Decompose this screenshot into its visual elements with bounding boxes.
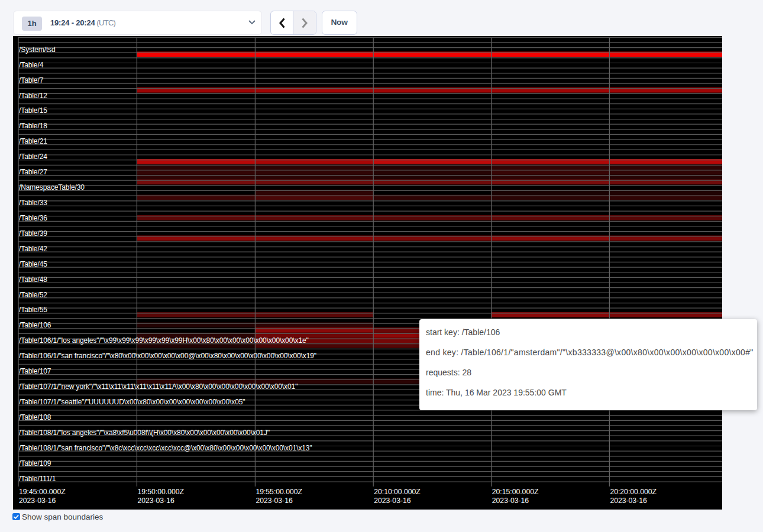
svg-text:/Table/39: /Table/39: [19, 229, 47, 237]
svg-text:19:55:00.000Z: 19:55:00.000Z: [256, 488, 302, 496]
svg-text:2023-03-16: 2023-03-16: [492, 497, 529, 505]
svg-text:2023-03-16: 2023-03-16: [374, 497, 411, 505]
svg-text:20:10:00.000Z: 20:10:00.000Z: [374, 488, 421, 496]
svg-text:/Table/7: /Table/7: [19, 76, 44, 84]
svg-text:/Table/42: /Table/42: [19, 244, 47, 252]
svg-text:/Table/108/1/"los angeles"/"\x: /Table/108/1/"los angeles"/"\xa8\xf5\u00…: [19, 428, 270, 436]
svg-text:/Table/21: /Table/21: [19, 137, 47, 145]
svg-text:/Table/27: /Table/27: [19, 168, 47, 176]
svg-text:/Table/107: /Table/107: [19, 367, 51, 375]
svg-text:/NamespaceTable/30: /NamespaceTable/30: [19, 183, 85, 192]
svg-text:/Table/55: /Table/55: [19, 306, 47, 314]
svg-text:/Table/111/1: /Table/111/1: [19, 474, 56, 482]
svg-text:/Table/33: /Table/33: [19, 199, 47, 207]
svg-text:/Table/107/1/"seattle"/"UUUUUU: /Table/107/1/"seattle"/"UUUUUUD\x00\x80\…: [19, 397, 245, 406]
svg-text:/Table/108: /Table/108: [19, 413, 51, 421]
svg-text:2023-03-16: 2023-03-16: [256, 497, 293, 505]
svg-text:/Table/15: /Table/15: [19, 106, 47, 115]
svg-text:/Table/18: /Table/18: [19, 122, 47, 130]
svg-text:/Table/108/1/"san francisco"/": /Table/108/1/"san francisco"/"\x8c\xcc\x…: [19, 443, 312, 452]
svg-text:/Table/24: /Table/24: [19, 153, 47, 161]
svg-text:/Table/109: /Table/109: [19, 459, 51, 467]
svg-text:2023-03-16: 2023-03-16: [610, 497, 647, 505]
svg-text:/Table/36: /Table/36: [19, 213, 47, 222]
svg-text:/Table/48: /Table/48: [19, 275, 47, 283]
svg-text:2023-03-16: 2023-03-16: [137, 497, 174, 505]
svg-text:/Table/12: /Table/12: [19, 91, 47, 99]
svg-text:20:15:00.000Z: 20:15:00.000Z: [492, 488, 539, 496]
svg-text:/Table/52: /Table/52: [19, 290, 47, 299]
svg-text:19:45:00.000Z: 19:45:00.000Z: [19, 488, 66, 496]
svg-text:/Table/4: /Table/4: [19, 60, 44, 69]
svg-text:2023-03-16: 2023-03-16: [19, 497, 56, 505]
svg-text:19:50:00.000Z: 19:50:00.000Z: [137, 488, 184, 496]
svg-text:/Table/106/1/"los angeles"/"\x: /Table/106/1/"los angeles"/"\x99\x99\x99…: [19, 336, 309, 345]
svg-text:/Table/106: /Table/106: [19, 321, 51, 329]
svg-text:20:20:00.000Z: 20:20:00.000Z: [610, 488, 657, 496]
svg-text:/Table/107/1/"new york"/"\x11\: /Table/107/1/"new york"/"\x11\x11\x11\x1…: [19, 382, 298, 391]
svg-text:/System/tsd: /System/tsd: [19, 45, 56, 53]
svg-text:/Table/45: /Table/45: [19, 259, 47, 268]
svg-text:/Table/106/1/"san francisco"/": /Table/106/1/"san francisco"/"\x80\x00\x…: [19, 352, 316, 360]
